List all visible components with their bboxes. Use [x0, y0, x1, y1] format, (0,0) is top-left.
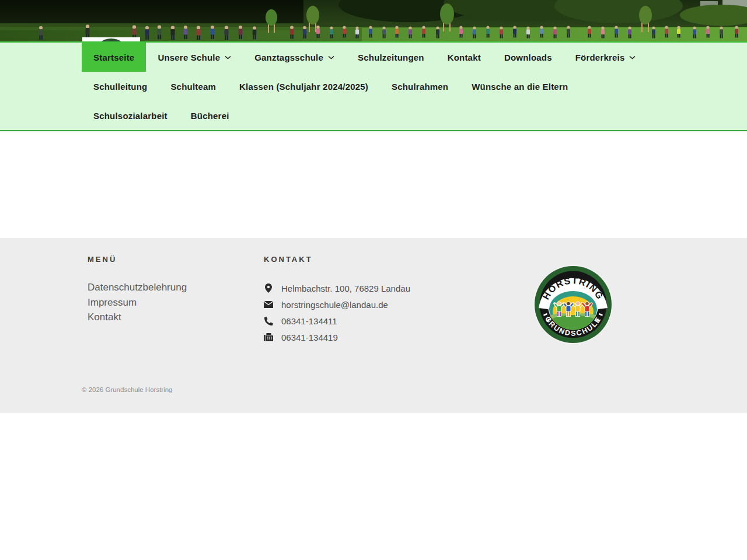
envelope-icon — [264, 301, 273, 308]
footer-link-datenschutzbelehrung[interactable]: Datenschutzbelehrung — [88, 282, 187, 293]
footer-link-kontakt[interactable]: Kontakt — [88, 312, 121, 323]
list-item: Datenschutzbelehrung — [88, 280, 264, 295]
site-logo-peek — [82, 37, 140, 41]
nav-item-schulleitung[interactable]: Schulleitung — [82, 72, 159, 101]
page: Startseite Unsere Schule Ganztagsschule … — [0, 0, 747, 560]
chevron-down-icon — [225, 55, 231, 60]
contact-email: horstringschule@landau.de — [281, 300, 388, 310]
list-item: Impressum — [88, 295, 264, 310]
nav-row-2: Schulleitung Schulteam Klassen (Schuljah… — [82, 72, 747, 101]
footer-kontakt-column: KONTAKT Helmbachstr. 100, 76829 Landau h… — [264, 255, 480, 345]
main-navigation: Startseite Unsere Schule Ganztagsschule … — [0, 41, 747, 131]
copyright-text: © 2026 Grundschule Horstring — [82, 386, 173, 393]
nav-item-kontakt[interactable]: Kontakt — [436, 43, 493, 72]
contact-fax: 06341-134419 — [281, 332, 338, 342]
nav-item-buecherei[interactable]: Bücherei — [179, 101, 241, 130]
nav-item-unsere-schule[interactable]: Unsere Schule — [146, 43, 243, 72]
contact-fax-row: 06341-134419 — [264, 329, 480, 345]
header-photo — [0, 0, 747, 41]
nav-item-klassen[interactable]: Klassen (Schuljahr 2024/2025) — [228, 72, 380, 101]
nav-item-ganztagsschule[interactable]: Ganztagsschule — [243, 43, 346, 72]
footer-link-impressum[interactable]: Impressum — [88, 297, 137, 308]
nav-item-schulzeitungen[interactable]: Schulzeitungen — [346, 43, 436, 72]
phone-icon — [264, 317, 273, 326]
nav-item-schulrahmen[interactable]: Schulrahmen — [380, 72, 460, 101]
school-logo: HORSTRING GRUNDSCHULE — [533, 264, 613, 345]
footer-logo-column: HORSTRING GRUNDSCHULE — [533, 255, 613, 345]
header-photo-illustration — [0, 0, 747, 41]
contact-phone: 06341-134411 — [281, 316, 337, 326]
contact-email-row: horstringschule@landau.de — [264, 296, 480, 313]
nav-item-foerderkreis[interactable]: Förderkreis — [564, 43, 648, 72]
nav-item-schulsozialarbeit[interactable]: Schulsozialarbeit — [82, 101, 179, 130]
chevron-down-icon — [328, 55, 334, 60]
contact-address: Helmbachstr. 100, 76829 Landau — [281, 284, 410, 293]
list-item: Kontakt — [88, 310, 264, 325]
footer-kontakt-heading: KONTAKT — [264, 255, 480, 264]
footer: MENÜ Datenschutzbelehrung Impressum Kont… — [0, 238, 747, 413]
fax-icon — [264, 333, 273, 341]
main-content — [0, 131, 747, 238]
nav-item-wuensche-an-die-eltern[interactable]: Wünsche an die Eltern — [460, 72, 580, 101]
chevron-down-icon — [629, 55, 636, 60]
nav-row-3: Schulsozialarbeit Bücherei — [82, 101, 747, 130]
nav-row-1: Startseite Unsere Schule Ganztagsschule … — [82, 43, 747, 72]
map-pin-icon — [264, 284, 273, 293]
footer-menu-column: MENÜ Datenschutzbelehrung Impressum Kont… — [88, 255, 264, 345]
contact-address-row: Helmbachstr. 100, 76829 Landau — [264, 280, 480, 296]
nav-item-downloads[interactable]: Downloads — [493, 43, 564, 72]
nav-item-startseite[interactable]: Startseite — [82, 43, 146, 72]
nav-item-schulteam[interactable]: Schulteam — [159, 72, 228, 101]
footer-menu-heading: MENÜ — [88, 255, 264, 264]
contact-phone-row: 06341-134411 — [264, 313, 480, 329]
